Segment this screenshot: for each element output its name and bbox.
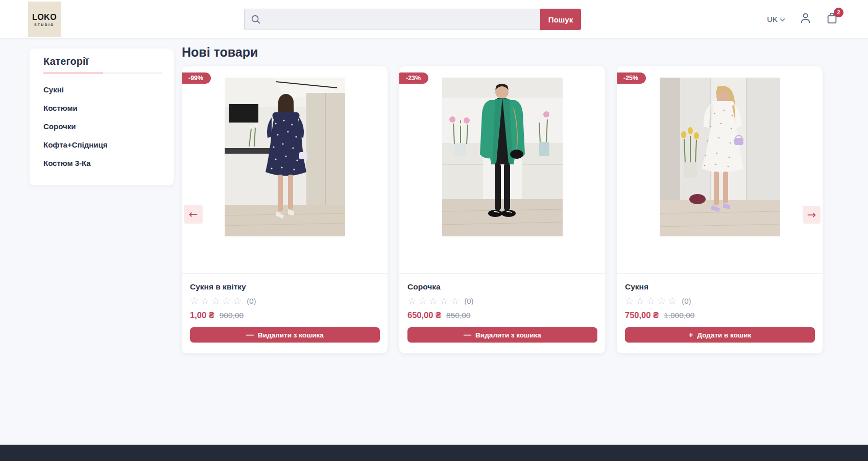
discount-badge: -99% xyxy=(182,72,211,84)
rating-row: ☆☆☆☆☆ (0) xyxy=(407,296,597,306)
product-info: Сорочка ☆☆☆☆☆ (0) 650,00 ₴ 850,00 — Вида… xyxy=(399,273,605,353)
sidebar-item-kofta-spidnytsya[interactable]: Кофта+Спідниця xyxy=(43,136,161,154)
categories-panel: Категорії Сукні Костюми Сорочки Кофта+Сп… xyxy=(30,48,174,185)
categories-title: Категорії xyxy=(43,56,161,67)
remove-from-cart-button[interactable]: — Видалити з кошика xyxy=(407,327,597,343)
search-icon xyxy=(250,14,261,25)
sidebar-item-sorochky[interactable]: Сорочки xyxy=(43,117,161,136)
product-photo[interactable] xyxy=(182,66,388,273)
cart-count-badge: 2 xyxy=(834,8,843,17)
account-button[interactable] xyxy=(799,13,812,26)
product-card: -25% xyxy=(617,66,823,353)
minus-icon: — xyxy=(464,331,471,338)
arrow-left-icon: ← xyxy=(189,208,198,221)
product-image-green-shirt xyxy=(442,78,563,236)
discount-badge: -25% xyxy=(617,72,646,84)
carousel-next-button[interactable]: → xyxy=(803,206,821,224)
button-label: Додати в кошик xyxy=(697,331,751,339)
sidebar-item-kostyumy[interactable]: Костюми xyxy=(43,99,161,117)
rating-count: (0) xyxy=(682,297,691,305)
sidebar-item-sukni[interactable]: Сукні xyxy=(43,81,161,99)
arrow-right-icon: → xyxy=(807,209,816,221)
old-price: 1.000,00 xyxy=(664,311,694,320)
footer xyxy=(0,445,868,461)
rating-row: ☆☆☆☆☆ (0) xyxy=(625,296,815,306)
rating-row: ☆☆☆☆☆ (0) xyxy=(190,296,380,306)
discount-badge: -23% xyxy=(399,72,428,84)
chevron-down-icon xyxy=(780,15,785,23)
minus-icon: — xyxy=(246,331,254,338)
product-card: -23% xyxy=(399,66,605,353)
star-rating-icons: ☆☆☆☆☆ xyxy=(190,296,244,306)
logo-subtext: STUDIO xyxy=(34,23,55,27)
product-photo[interactable] xyxy=(399,66,605,273)
star-rating-icons: ☆☆☆☆☆ xyxy=(407,296,461,306)
rating-count: (0) xyxy=(464,297,473,305)
current-price: 750,00 ₴ xyxy=(625,310,659,320)
button-label: Видалити з кошика xyxy=(258,331,324,339)
header-actions: UK 2 xyxy=(767,0,838,38)
product-title[interactable]: Сукня в квітку xyxy=(190,282,380,292)
plus-icon: + xyxy=(689,331,693,338)
old-price: 900,00 xyxy=(220,311,244,320)
product-photo[interactable] xyxy=(617,66,823,273)
product-title[interactable]: Сукня xyxy=(625,282,815,292)
language-selector[interactable]: UK xyxy=(767,15,785,23)
price-row: 750,00 ₴ 1.000,00 xyxy=(625,310,815,320)
remove-from-cart-button[interactable]: — Видалити з кошика xyxy=(190,327,380,343)
old-price: 850,00 xyxy=(446,311,470,320)
price-row: 650,00 ₴ 850,00 xyxy=(407,310,597,320)
star-rating-icons: ☆☆☆☆☆ xyxy=(625,296,679,306)
product-info: Сукня ☆☆☆☆☆ (0) 750,00 ₴ 1.000,00 + Дода… xyxy=(617,273,823,353)
product-image-dress-polka xyxy=(225,78,345,236)
header: LOKO STUDIO Пошук UK 2 xyxy=(0,0,868,38)
page-title: Нові товари xyxy=(182,45,258,60)
cart-button[interactable]: 2 xyxy=(825,13,838,26)
add-to-cart-button[interactable]: + Додати в кошик xyxy=(625,327,815,343)
search-bar: Пошук xyxy=(244,9,581,30)
product-info: Сукня в квітку ☆☆☆☆☆ (0) 1,00 ₴ 900,00 —… xyxy=(182,273,388,353)
product-image-white-dress xyxy=(660,78,780,236)
carousel-prev-button[interactable]: ← xyxy=(184,205,203,224)
user-icon xyxy=(799,12,812,27)
price-row: 1,00 ₴ 900,00 xyxy=(190,310,380,320)
title-underline xyxy=(43,72,162,74)
rating-count: (0) xyxy=(247,297,256,305)
product-title[interactable]: Сорочка xyxy=(407,282,597,292)
product-card: -99% xyxy=(182,66,388,353)
logo-text: LOKO xyxy=(32,13,57,22)
category-list: Сукні Костюми Сорочки Кофта+Спідниця Кос… xyxy=(43,81,161,173)
logo[interactable]: LOKO STUDIO xyxy=(28,2,61,37)
search-button[interactable]: Пошук xyxy=(540,9,581,30)
current-price: 1,00 ₴ xyxy=(190,310,214,320)
button-label: Видалити з кошика xyxy=(475,331,541,339)
current-price: 650,00 ₴ xyxy=(407,310,441,320)
sidebar-item-kostyum-3ka[interactable]: Костюм 3-Ка xyxy=(43,154,161,173)
search-input[interactable] xyxy=(244,9,540,30)
language-label: UK xyxy=(767,15,778,23)
